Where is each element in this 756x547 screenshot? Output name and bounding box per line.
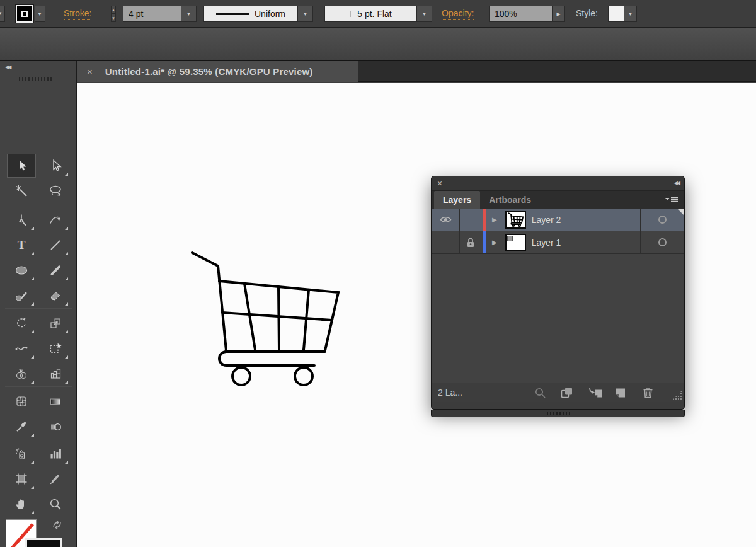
perspective-grid-tool[interactable] <box>41 362 70 386</box>
tools-drag-handle[interactable] <box>19 77 52 81</box>
selection-tool-icon <box>15 159 28 172</box>
eraser-tool-icon <box>49 289 62 302</box>
shape-builder-tool[interactable] <box>7 362 36 386</box>
stroke-weight-stepper[interactable]: ▲ ▼ <box>107 6 120 22</box>
stroke-color-swatch[interactable] <box>25 538 62 547</box>
layer-thumbnail[interactable] <box>505 234 526 251</box>
panel-close-icon[interactable]: × <box>437 178 442 188</box>
brush-definition-dropdown[interactable]: ▼ <box>417 6 432 22</box>
mesh-tool-icon <box>15 395 28 408</box>
clipped-dropdown-button[interactable]: ▼ <box>0 6 5 22</box>
layer-name[interactable]: Layer 1 <box>532 238 640 248</box>
eyedropper-tool[interactable] <box>7 415 36 439</box>
shaper-tool-icon <box>15 289 28 302</box>
clipping-mask-icon[interactable] <box>561 387 574 399</box>
magic-wand-tool-icon <box>15 185 28 197</box>
stroke-weight-dropdown[interactable]: ▼ <box>181 6 197 22</box>
panel-drag-bar[interactable] <box>431 410 685 417</box>
width-profile-select[interactable]: Uniform <box>203 6 298 22</box>
dropdown-arrow-icon: ▼ <box>422 11 427 17</box>
gradient-tool-icon <box>49 395 62 408</box>
panel-menu-icon[interactable] <box>665 197 678 204</box>
selection-tool[interactable] <box>7 154 36 178</box>
tab-artboards[interactable]: Artboards <box>480 191 540 209</box>
opacity-input[interactable]: 100% <box>489 6 553 22</box>
layers-panel-footer: 2 La... <box>432 383 684 402</box>
shaper-tool[interactable] <box>7 284 36 308</box>
layer-row-1[interactable]: ▶ Layer 1 <box>432 231 684 254</box>
style-swatch[interactable] <box>608 6 624 22</box>
blend-tool-icon <box>49 420 62 433</box>
direct-selection-tool[interactable] <box>41 154 70 178</box>
swap-fill-stroke-icon[interactable] <box>52 520 62 530</box>
layers-list: ▶ Layer 2 ▶ <box>432 209 684 383</box>
zoom-tool[interactable] <box>41 492 70 516</box>
lasso-tool[interactable] <box>41 179 70 203</box>
panel-resize-grip[interactable] <box>672 390 682 400</box>
target-circle-icon <box>658 238 667 246</box>
layer-name[interactable]: Layer 2 <box>532 215 640 225</box>
visibility-toggle[interactable] <box>432 209 460 231</box>
stepper-down-icon[interactable]: ▼ <box>111 14 116 22</box>
column-graph-tool[interactable] <box>41 442 70 466</box>
width-profile-dropdown[interactable]: ▼ <box>298 6 313 22</box>
stroke-weight-input[interactable]: 4 pt <box>123 6 181 22</box>
layer-color-bar <box>483 231 486 253</box>
artboard-tool[interactable] <box>7 467 36 491</box>
magic-wand-tool[interactable] <box>7 179 36 203</box>
delete-layer-trash-icon[interactable] <box>642 387 654 399</box>
blend-tool[interactable] <box>41 415 70 439</box>
lock-toggle[interactable] <box>460 231 481 253</box>
dropdown-arrow-icon: ▼ <box>37 11 42 17</box>
target-cell[interactable] <box>640 209 684 231</box>
symbol-sprayer-tool[interactable] <box>7 442 36 466</box>
expand-triangle-icon[interactable]: ▶ <box>492 216 497 223</box>
gradient-tool[interactable] <box>41 389 70 413</box>
document-tab-strip: × Untitled-1.ai* @ 59.35% (CMYK/GPU Prev… <box>77 61 756 82</box>
type-tool[interactable]: T <box>7 233 36 257</box>
shopping-cart-artwork[interactable] <box>176 239 353 397</box>
stroke-proxy-dropdown[interactable]: ▼ <box>35 6 45 22</box>
collapse-tools-icon[interactable]: ◀◀ <box>5 64 10 70</box>
width-tool[interactable] <box>7 337 36 360</box>
new-layer-icon[interactable] <box>614 387 627 399</box>
visibility-toggle[interactable] <box>432 231 460 253</box>
panel-collapse-icon[interactable]: ◀◀ <box>674 180 679 186</box>
rotate-tool[interactable] <box>7 311 36 335</box>
opacity-label[interactable]: Opacity: <box>442 8 474 20</box>
stroke-proxy-swatch[interactable] <box>16 6 33 22</box>
tab-layers[interactable]: Layers <box>434 191 480 209</box>
pen-tool[interactable] <box>7 208 36 232</box>
layers-panel-header[interactable]: × ◀◀ <box>432 176 684 191</box>
hand-tool[interactable] <box>7 492 36 516</box>
layers-panel-tabs: Layers Artboards <box>432 191 684 209</box>
paintbrush-tool[interactable] <box>41 258 70 282</box>
line-segment-tool[interactable] <box>41 233 70 257</box>
locate-object-icon[interactable] <box>534 387 546 399</box>
mesh-tool[interactable] <box>7 389 36 413</box>
cart-thumbnail-icon <box>507 212 525 227</box>
stepper-up-icon[interactable]: ▲ <box>111 6 116 14</box>
perspective-grid-tool-icon <box>49 367 62 380</box>
slice-tool-icon <box>49 473 62 485</box>
opacity-expand-button[interactable]: ▶ <box>553 6 565 22</box>
style-dropdown[interactable]: ▼ <box>624 6 637 22</box>
stroke-label[interactable]: Stroke: <box>64 8 91 20</box>
layer-row-2[interactable]: ▶ Layer 2 <box>432 209 684 231</box>
scale-tool[interactable] <box>41 311 70 335</box>
curvature-tool[interactable] <box>41 208 70 232</box>
slice-tool[interactable] <box>41 467 70 491</box>
dropdown-arrow-icon: ▼ <box>628 11 633 17</box>
lock-toggle[interactable] <box>460 209 481 231</box>
target-cell[interactable] <box>640 231 684 253</box>
new-sublayer-icon[interactable] <box>588 387 604 399</box>
ellipse-tool[interactable] <box>7 258 36 282</box>
expand-triangle-icon[interactable]: ▶ <box>492 239 497 246</box>
brush-definition-select[interactable]: 5 pt. Flat <box>324 6 417 22</box>
free-transform-tool[interactable] <box>41 337 70 360</box>
eraser-tool[interactable] <box>41 284 70 308</box>
tab-close-icon[interactable]: × <box>87 66 93 77</box>
document-tab[interactable]: × Untitled-1.ai* @ 59.35% (CMYK/GPU Prev… <box>77 61 358 82</box>
layer-thumbnail[interactable] <box>505 211 526 229</box>
stroke-swatch-icon <box>16 5 33 23</box>
